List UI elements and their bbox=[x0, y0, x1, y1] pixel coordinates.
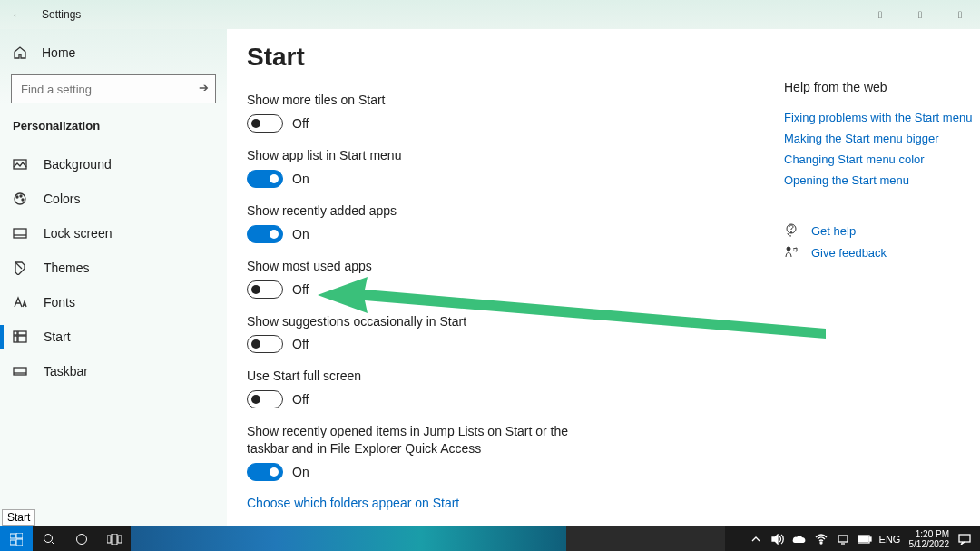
svg-rect-9 bbox=[18, 336, 26, 342]
setting-label: Show recently opened items in Jump Lists… bbox=[247, 423, 573, 458]
svg-point-12 bbox=[790, 231, 791, 232]
setting-recent-apps: Show recently added apps On bbox=[247, 202, 784, 243]
sidebar-item-label: Taskbar bbox=[44, 364, 88, 379]
svg-point-13 bbox=[787, 247, 790, 251]
toggle-state: On bbox=[292, 465, 309, 479]
sidebar-item-colors[interactable]: Colors bbox=[0, 182, 227, 216]
svg-rect-18 bbox=[16, 539, 23, 546]
tray-battery-icon[interactable] bbox=[855, 526, 875, 551]
svg-rect-23 bbox=[118, 536, 122, 543]
choose-folders-link[interactable]: Choose which folders appear on Start bbox=[247, 496, 784, 510]
start-button[interactable] bbox=[0, 526, 33, 551]
toggle-state: Off bbox=[292, 337, 309, 351]
setting-most-used: Show most used apps Off bbox=[247, 258, 784, 299]
svg-point-20 bbox=[77, 534, 87, 544]
svg-rect-7 bbox=[18, 331, 26, 335]
help-link-3[interactable]: Opening the Start menu bbox=[784, 173, 975, 187]
toggle-more-tiles[interactable] bbox=[247, 114, 283, 133]
tray-clock[interactable]: 1:20 PM 5/12/2022 bbox=[906, 529, 954, 549]
setting-full-screen: Use Start full screen Off bbox=[247, 368, 784, 408]
svg-point-19 bbox=[44, 534, 53, 542]
sidebar-item-start[interactable]: Start bbox=[0, 320, 227, 354]
settings-sidebar: Home ➔ Personalization Background Colors… bbox=[0, 29, 227, 526]
tray-wifi-icon[interactable] bbox=[811, 526, 831, 551]
toggle-state: Off bbox=[292, 282, 309, 297]
toggle-state: Off bbox=[292, 392, 309, 407]
svg-rect-21 bbox=[107, 536, 111, 543]
tray-time: 1:20 PM bbox=[909, 529, 950, 539]
sidebar-item-home[interactable]: Home bbox=[0, 40, 227, 74]
taskbar-icon bbox=[13, 364, 27, 379]
get-help-link[interactable]: Get help bbox=[811, 224, 856, 238]
toggle-state: Off bbox=[292, 116, 309, 131]
feedback-icon bbox=[784, 245, 799, 260]
sidebar-item-fonts[interactable]: Fonts bbox=[0, 285, 227, 320]
maximize-button[interactable]:  bbox=[900, 0, 940, 29]
setting-label: Show recently added apps bbox=[247, 202, 573, 220]
setting-more-tiles: Show more tiles on Start Off bbox=[247, 92, 784, 133]
svg-rect-28 bbox=[858, 536, 868, 542]
back-button[interactable]: ← bbox=[11, 7, 24, 22]
start-icon bbox=[13, 330, 27, 344]
svg-rect-5 bbox=[14, 229, 26, 238]
toggle-suggestions[interactable] bbox=[247, 335, 283, 353]
help-link-2[interactable]: Changing Start menu color bbox=[784, 153, 975, 166]
toggle-state: On bbox=[292, 172, 309, 186]
sidebar-item-taskbar[interactable]: Taskbar bbox=[0, 354, 227, 389]
themes-icon bbox=[13, 261, 27, 275]
svg-rect-22 bbox=[112, 534, 117, 545]
lockscreen-icon bbox=[13, 226, 27, 241]
home-icon bbox=[13, 45, 27, 60]
task-view-button[interactable] bbox=[98, 526, 131, 551]
tray-action-center[interactable] bbox=[955, 526, 975, 551]
toggle-recent-items[interactable] bbox=[247, 463, 283, 481]
setting-label: Use Start full screen bbox=[247, 368, 573, 385]
tray-volume-icon[interactable] bbox=[768, 526, 788, 551]
settings-search[interactable]: ➔ bbox=[11, 74, 216, 103]
tray-network-icon[interactable] bbox=[833, 526, 853, 551]
sidebar-category: Personalization bbox=[0, 116, 227, 147]
minimize-button[interactable]:  bbox=[860, 0, 900, 29]
cortana-button[interactable] bbox=[65, 526, 98, 551]
svg-point-3 bbox=[20, 195, 22, 197]
svg-rect-29 bbox=[959, 535, 970, 542]
setting-suggestions: Show suggestions occasionally in Start O… bbox=[247, 313, 784, 354]
palette-icon bbox=[13, 192, 27, 206]
sidebar-item-label: Lock screen bbox=[44, 226, 112, 241]
svg-rect-8 bbox=[14, 336, 17, 342]
help-aside: Help from the web Fixing problems with t… bbox=[784, 29, 975, 526]
svg-rect-27 bbox=[869, 537, 871, 541]
svg-rect-6 bbox=[14, 331, 17, 335]
search-input[interactable] bbox=[11, 74, 216, 103]
search-button[interactable] bbox=[33, 526, 65, 551]
sidebar-item-lockscreen[interactable]: Lock screen bbox=[0, 216, 227, 251]
help-link-1[interactable]: Making the Start menu bigger bbox=[784, 132, 975, 145]
svg-point-2 bbox=[16, 196, 18, 198]
taskbar-running-1[interactable] bbox=[131, 526, 566, 551]
toggle-full-screen[interactable] bbox=[247, 390, 283, 408]
sidebar-item-themes[interactable]: Themes bbox=[0, 251, 227, 285]
help-link-0[interactable]: Fixing problems with the Start menu bbox=[784, 111, 975, 124]
taskbar: ENG 1:20 PM 5/12/2022 bbox=[0, 526, 980, 551]
sidebar-item-label: Colors bbox=[44, 192, 80, 206]
toggle-recent-apps[interactable] bbox=[247, 225, 283, 243]
svg-rect-25 bbox=[838, 536, 848, 542]
tray-language[interactable]: ENG bbox=[877, 526, 904, 551]
sidebar-item-label: Themes bbox=[44, 261, 90, 275]
tray-overflow[interactable] bbox=[746, 526, 766, 551]
setting-label: Show suggestions occasionally in Start bbox=[247, 313, 573, 330]
toggle-app-list[interactable] bbox=[247, 170, 283, 188]
close-button[interactable]:  bbox=[940, 0, 980, 29]
sidebar-item-background[interactable]: Background bbox=[0, 147, 227, 182]
give-feedback-link[interactable]: Give feedback bbox=[811, 246, 887, 260]
sidebar-item-label: Background bbox=[44, 157, 112, 172]
setting-app-list: Show app list in Start menu On bbox=[247, 147, 784, 188]
tray-onedrive-icon[interactable] bbox=[789, 526, 809, 551]
svg-point-4 bbox=[22, 199, 24, 201]
svg-rect-15 bbox=[10, 534, 15, 538]
search-icon: ➔ bbox=[199, 81, 209, 94]
help-icon bbox=[784, 223, 799, 238]
sidebar-item-label: Fonts bbox=[44, 295, 75, 310]
taskbar-running-2[interactable] bbox=[566, 526, 725, 551]
toggle-most-used[interactable] bbox=[247, 280, 283, 299]
